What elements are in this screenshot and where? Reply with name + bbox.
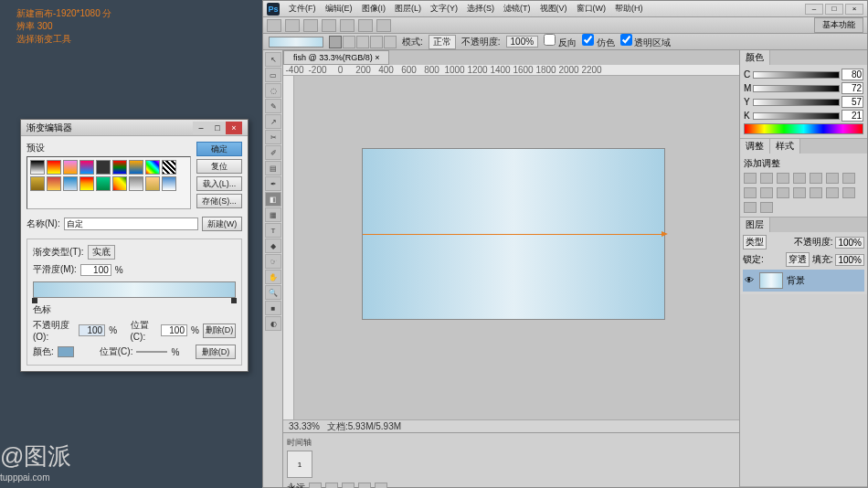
tool-button[interactable]: ✂ (265, 130, 281, 144)
layers-tab[interactable]: 图层 (740, 217, 770, 232)
tool-button[interactable]: ▭ (265, 68, 281, 82)
color-value[interactable]: 72 (842, 82, 863, 94)
layer-row[interactable]: 👁 背景 (743, 270, 864, 292)
stop-location-field[interactable]: 100 (161, 324, 187, 336)
gradient-preset[interactable] (112, 160, 127, 175)
color-value[interactable]: 21 (842, 110, 863, 122)
maximize-button[interactable]: □ (825, 4, 843, 15)
tool-button[interactable]: ◐ (265, 316, 281, 331)
toolbar-icon[interactable] (267, 19, 281, 32)
opacity-field[interactable]: 100% (506, 36, 539, 48)
document-tab[interactable]: fish @ 33.3%(RGB/8) × (283, 50, 389, 65)
adjustment-icon[interactable] (793, 173, 806, 184)
adjustment-icon[interactable] (744, 187, 757, 198)
color-spectrum[interactable] (744, 123, 863, 134)
toolbar-icon[interactable] (340, 19, 355, 32)
canvas[interactable] (294, 76, 739, 419)
stop-color-swatch[interactable] (58, 346, 74, 357)
menu-item[interactable]: 图像(I) (358, 3, 390, 15)
gradient-preset[interactable] (47, 176, 61, 191)
menu-item[interactable]: 图层(L) (391, 3, 425, 15)
adjustment-icon[interactable] (842, 187, 855, 198)
menu-item[interactable]: 滤镜(T) (500, 3, 535, 15)
layer-opacity[interactable]: 100% (835, 237, 864, 249)
next-frame-button[interactable] (358, 483, 371, 488)
gradient-preset[interactable] (145, 176, 160, 191)
color-slider[interactable] (753, 112, 840, 120)
diamond-gradient-button[interactable] (384, 36, 397, 48)
tool-button[interactable]: ▦ (265, 207, 281, 222)
cancel-button[interactable]: 复位 (196, 159, 242, 174)
tool-button[interactable]: ✒ (265, 176, 281, 191)
adjustment-icon[interactable] (744, 202, 757, 213)
pass-through[interactable]: 穿透 (786, 252, 810, 267)
smoothness-field[interactable]: 100 (80, 264, 111, 276)
gradient-preset[interactable] (145, 160, 160, 175)
close-button[interactable]: × (845, 4, 863, 15)
menu-item[interactable]: 编辑(E) (322, 3, 356, 15)
gradient-preset[interactable] (129, 160, 143, 175)
toolbar-icon[interactable] (303, 19, 318, 32)
gradient-preset[interactable] (96, 176, 111, 191)
gradient-preset[interactable] (129, 176, 143, 191)
delete-stop-button[interactable]: 删除(D) (203, 324, 236, 338)
tool-button[interactable]: ■ (265, 301, 281, 315)
color-slider[interactable] (753, 85, 840, 92)
timeline-frame[interactable]: 1 (287, 451, 312, 478)
tool-button[interactable]: ✋ (265, 270, 281, 284)
gradient-preset[interactable] (162, 176, 176, 191)
tool-button[interactable]: ▤ (265, 161, 281, 175)
adjust-tab[interactable]: 调整 (740, 139, 770, 154)
stop-opacity-field[interactable]: 100 (79, 324, 105, 336)
color-tab[interactable]: 颜色 (740, 50, 770, 65)
tool-button[interactable]: T (265, 223, 281, 238)
layer-fill[interactable]: 100% (835, 254, 864, 266)
load-button[interactable]: 载入(L)... (196, 176, 242, 191)
dialog-maximize-button[interactable]: □ (209, 122, 226, 134)
adjustment-icon[interactable] (810, 173, 822, 184)
play-button[interactable] (342, 483, 355, 488)
adjustment-icon[interactable] (842, 173, 855, 184)
tool-button[interactable]: ✐ (265, 145, 281, 160)
dialog-minimize-button[interactable]: – (193, 122, 209, 134)
tool-button[interactable]: ✎ (265, 99, 281, 113)
color-value[interactable]: 80 (842, 69, 863, 80)
gradient-preset[interactable] (79, 160, 94, 175)
gradient-preset[interactable] (30, 176, 45, 191)
layer-kind-filter[interactable]: 类型 (743, 235, 767, 249)
tool-button[interactable]: ☞ (265, 254, 281, 269)
adjustment-icon[interactable] (760, 187, 773, 198)
new-button[interactable]: 新建(W) (202, 217, 242, 231)
color-slider[interactable] (753, 71, 840, 79)
ok-button[interactable]: 确定 (196, 142, 242, 156)
toolbar-icon[interactable] (358, 19, 373, 32)
transparency-checkbox[interactable]: 透明区域 (620, 34, 672, 49)
last-frame-button[interactable] (375, 483, 387, 488)
adjustment-icon[interactable] (793, 187, 806, 198)
gradient-preset[interactable] (162, 160, 176, 175)
mode-select[interactable]: 正常 (429, 35, 456, 49)
workspace-switcher[interactable]: 基本功能 (814, 17, 863, 33)
gradient-preview[interactable] (269, 37, 323, 48)
gradient-preset[interactable] (30, 160, 45, 175)
tool-button[interactable]: ↗ (265, 114, 281, 129)
adjustment-icon[interactable] (826, 187, 839, 198)
visibility-icon[interactable]: 👁 (745, 275, 756, 286)
dither-checkbox[interactable]: 仿色 (582, 34, 615, 49)
toolbar-icon[interactable] (322, 19, 336, 32)
menu-item[interactable]: 帮助(H) (611, 3, 647, 15)
name-field[interactable] (64, 217, 198, 230)
tool-button[interactable]: ↖ (265, 52, 281, 67)
gradient-preset[interactable] (96, 160, 111, 175)
adjustment-icon[interactable] (826, 173, 839, 184)
menu-item[interactable]: 窗口(W) (573, 3, 610, 15)
menu-item[interactable]: 文字(Y) (427, 3, 461, 15)
menu-item[interactable]: 视图(V) (536, 3, 571, 15)
first-frame-button[interactable] (309, 483, 322, 488)
loop-select[interactable]: 永远 (287, 482, 305, 488)
adjustment-icon[interactable] (744, 173, 757, 184)
reverse-checkbox[interactable]: 反向 (544, 34, 577, 49)
gradient-preset[interactable] (63, 160, 78, 175)
angle-gradient-button[interactable] (356, 36, 369, 48)
reflected-gradient-button[interactable] (370, 36, 383, 48)
